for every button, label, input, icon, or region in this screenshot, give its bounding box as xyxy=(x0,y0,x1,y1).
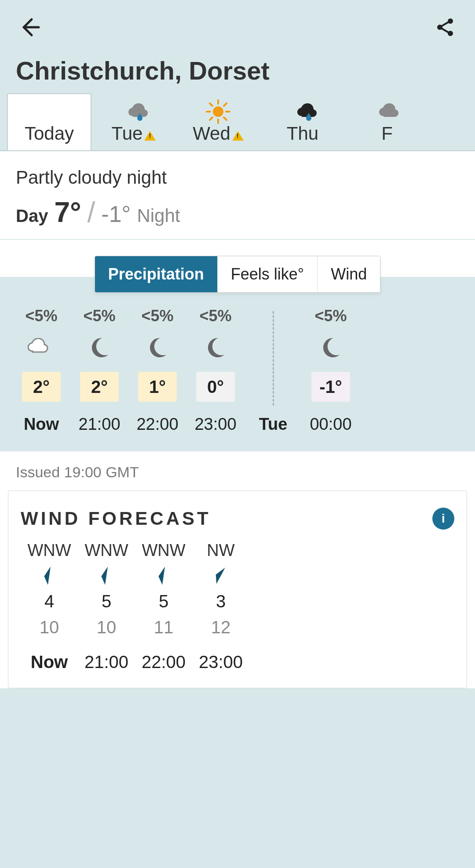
day-tab-label: Wed xyxy=(193,123,230,144)
hour-temp: 2° xyxy=(22,372,61,402)
day-tab-label: Thu xyxy=(287,123,318,144)
precip-value: <5% xyxy=(199,307,231,325)
wind-speed: 3 xyxy=(216,592,226,611)
hour-time: Now xyxy=(24,410,59,434)
hour-column[interactable]: <5%0°23:00 xyxy=(186,307,245,434)
segment-precipitation[interactable]: Precipitation xyxy=(95,256,217,292)
wind-direction: WNW xyxy=(142,541,185,560)
wind-info-button[interactable]: i xyxy=(432,508,454,530)
weather-icon xyxy=(145,333,170,364)
wind-forecast-row[interactable]: WNW410NowWNW51021:00WNW51122:00NW31223:0… xyxy=(21,541,454,672)
hour-column[interactable]: <5%1°22:00 xyxy=(128,307,186,434)
wind-gust: 10 xyxy=(97,617,117,637)
wind-time: 21:00 xyxy=(84,643,128,672)
day-tab-tue[interactable]: Tue xyxy=(91,94,176,150)
wind-speed: 5 xyxy=(159,592,168,611)
tab-weather-icon xyxy=(347,100,428,123)
location-title: Christchurch, Dorset xyxy=(0,51,475,93)
day-tab-f[interactable]: F xyxy=(345,94,429,150)
wind-time: Now xyxy=(31,643,68,672)
night-label: Night xyxy=(137,205,180,226)
precip-value: <5% xyxy=(314,307,347,325)
wind-arrow-icon xyxy=(210,566,231,585)
precip-value: <5% xyxy=(83,307,115,325)
day-night-temps: Day 7° / -1° Night xyxy=(16,196,459,229)
segment-wind[interactable]: Wind xyxy=(317,256,380,292)
hour-time: 22:00 xyxy=(136,410,178,434)
hour-temp: -1° xyxy=(311,372,350,402)
night-temp: -1° xyxy=(101,201,131,227)
temp-divider-icon: / xyxy=(88,196,95,229)
hour-time: 00:00 xyxy=(310,410,351,434)
wind-column: WNW51122:00 xyxy=(135,541,192,672)
day-tab-today[interactable]: Today xyxy=(7,93,91,150)
wind-speed: 4 xyxy=(44,592,54,611)
weather-icon xyxy=(203,333,228,364)
condition-text: Partly cloudy night xyxy=(16,167,459,188)
share-button[interactable] xyxy=(431,13,459,43)
wind-direction: WNW xyxy=(27,541,71,560)
day-tab-label: Tue xyxy=(112,123,143,144)
day-tabs: TodayTueWedThuF xyxy=(0,93,475,151)
day-tab-wed[interactable]: Wed xyxy=(176,94,260,150)
hour-temp: 2° xyxy=(80,372,119,402)
wind-arrow-icon xyxy=(153,566,174,585)
day-tab-label: F xyxy=(381,123,393,144)
warning-icon xyxy=(232,131,244,141)
back-arrow-icon xyxy=(19,17,40,38)
tab-weather-icon xyxy=(262,100,343,123)
weather-icon xyxy=(87,333,112,364)
tab-weather-icon xyxy=(178,100,259,123)
hour-time: 23:00 xyxy=(194,410,236,434)
wind-column: WNW410Now xyxy=(21,541,78,672)
hourly-forecast[interactable]: <5%2°Now<5%2°21:00<5%1°22:00<5%0°23:00Tu… xyxy=(0,277,475,451)
wind-column: WNW51021:00 xyxy=(78,541,135,672)
wind-direction: WNW xyxy=(84,541,128,560)
hour-column[interactable]: <5%2°21:00 xyxy=(70,307,128,434)
hour-column[interactable]: <5%2°Now xyxy=(12,307,70,434)
day-tab-thu[interactable]: Thu xyxy=(260,94,345,150)
wind-speed: 5 xyxy=(102,592,111,611)
precip-value: <5% xyxy=(25,307,57,325)
wind-forecast-card: WIND FORECAST i WNW410NowWNW51021:00WNW5… xyxy=(8,490,467,688)
warning-icon xyxy=(144,131,156,141)
back-button[interactable] xyxy=(16,13,44,43)
issued-time: Issued 19:00 GMT xyxy=(0,451,475,490)
day-temp: 7° xyxy=(54,196,81,229)
weather-icon xyxy=(24,333,59,364)
wind-column: NW31223:00 xyxy=(192,541,249,672)
summary-panel: Partly cloudy night Day 7° / -1° Night xyxy=(0,151,475,240)
wind-time: 23:00 xyxy=(199,643,243,672)
day-separator: Tue xyxy=(245,307,302,434)
share-icon xyxy=(435,17,456,38)
wind-gust: 11 xyxy=(154,617,174,637)
segment-control: PrecipitationFeels like°Wind xyxy=(95,256,381,293)
precip-value: <5% xyxy=(141,307,173,325)
wind-gust: 10 xyxy=(40,617,59,637)
wind-arrow-icon xyxy=(96,566,117,585)
tab-weather-icon xyxy=(93,100,174,123)
tab-weather-icon xyxy=(10,100,89,123)
wind-forecast-title: WIND FORECAST xyxy=(21,508,211,529)
weather-icon xyxy=(318,333,343,364)
next-day-label: Tue xyxy=(259,410,288,434)
wind-gust: 12 xyxy=(211,617,231,637)
day-label: Day xyxy=(16,206,48,226)
day-tab-label: Today xyxy=(25,123,74,144)
wind-time: 22:00 xyxy=(142,643,186,672)
hour-column[interactable]: <5%-1°00:00 xyxy=(302,307,360,434)
wind-arrow-icon xyxy=(39,566,60,585)
hour-temp: 1° xyxy=(138,372,177,402)
segment-feelslike[interactable]: Feels like° xyxy=(217,256,317,292)
hour-temp: 0° xyxy=(196,372,235,402)
hour-time: 21:00 xyxy=(78,410,120,434)
wind-direction: NW xyxy=(207,541,234,560)
